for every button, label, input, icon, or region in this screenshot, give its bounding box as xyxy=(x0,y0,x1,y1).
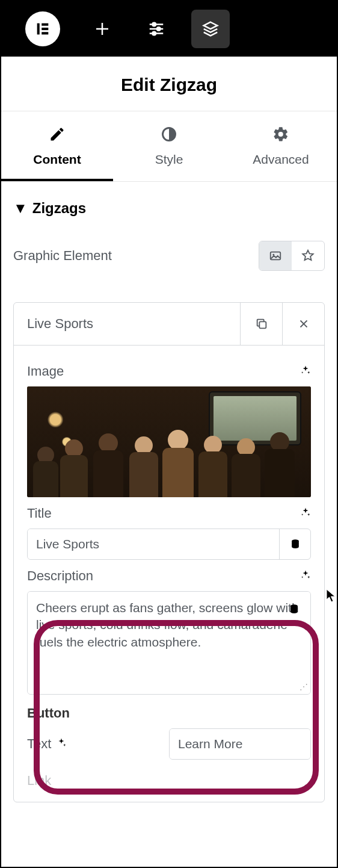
image-label: Image xyxy=(27,364,64,379)
svg-point-14 xyxy=(272,254,274,256)
button-text-input[interactable] xyxy=(170,729,311,759)
duplicate-button[interactable] xyxy=(240,303,282,345)
settings-button[interactable] xyxy=(137,10,176,48)
svg-rect-13 xyxy=(271,252,281,260)
remove-button[interactable] xyxy=(282,303,324,345)
pencil-icon xyxy=(1,126,113,145)
image-preview[interactable] xyxy=(27,386,311,497)
button-text-label: Text xyxy=(27,736,51,752)
cursor xyxy=(326,589,337,606)
tab-label: Style xyxy=(113,152,225,167)
tab-label: Content xyxy=(1,152,113,167)
ai-icon[interactable] xyxy=(300,507,311,520)
svg-rect-2 xyxy=(41,28,48,30)
button-label: Button xyxy=(27,705,70,721)
item-header-title[interactable]: Live Sports xyxy=(14,303,240,345)
item-body: Image Title xyxy=(14,346,324,802)
chevron-down-icon: ▼ xyxy=(13,200,28,217)
title-input-wrap xyxy=(27,529,311,560)
section-zigzags: ▼ Zigzags Graphic Element xyxy=(1,182,337,291)
svg-point-7 xyxy=(153,23,156,26)
tab-style[interactable]: Style xyxy=(113,111,225,181)
tab-content[interactable]: Content xyxy=(1,111,113,181)
gear-icon xyxy=(225,126,337,145)
ai-icon[interactable] xyxy=(300,569,311,583)
top-bar xyxy=(1,1,337,57)
tabs: Content Style Advanced xyxy=(1,111,337,182)
structure-button[interactable] xyxy=(191,10,230,48)
svg-point-11 xyxy=(153,32,156,36)
dynamic-tags-button[interactable] xyxy=(279,529,310,559)
graphic-icon-option[interactable] xyxy=(292,241,324,270)
ai-icon[interactable] xyxy=(56,736,67,752)
tab-advanced[interactable]: Advanced xyxy=(225,111,337,181)
graphic-element-label: Graphic Element xyxy=(13,248,112,264)
description-label: Description xyxy=(27,568,93,584)
svg-rect-3 xyxy=(41,32,48,34)
panel-title: Edit Zigzag xyxy=(1,57,337,111)
dynamic-tags-button[interactable] xyxy=(278,592,310,626)
contrast-icon xyxy=(113,126,225,145)
graphic-element-toggle xyxy=(259,241,325,271)
section-title: Zigzags xyxy=(32,200,86,217)
add-widget-button[interactable] xyxy=(83,10,121,48)
tab-label: Advanced xyxy=(225,152,337,167)
button-text-input-wrap xyxy=(169,728,311,760)
svg-rect-15 xyxy=(259,321,266,328)
title-input[interactable] xyxy=(28,529,279,559)
svg-rect-0 xyxy=(37,23,40,35)
svg-point-9 xyxy=(157,27,161,31)
description-input-wrap: ⋰ xyxy=(27,591,311,695)
graphic-element-row: Graphic Element xyxy=(13,241,325,271)
zigzag-item: Live Sports Image Tit xyxy=(13,302,325,802)
graphic-image-option[interactable] xyxy=(259,241,292,270)
link-label: Link xyxy=(27,773,51,789)
section-header[interactable]: ▼ Zigzags xyxy=(13,200,325,217)
ai-icon[interactable] xyxy=(300,365,311,378)
description-input[interactable] xyxy=(28,592,310,694)
button-text-row: Text xyxy=(27,728,311,760)
elementor-logo[interactable] xyxy=(25,11,60,46)
svg-rect-1 xyxy=(41,23,48,26)
item-header: Live Sports xyxy=(14,303,324,346)
title-label: Title xyxy=(27,506,52,521)
